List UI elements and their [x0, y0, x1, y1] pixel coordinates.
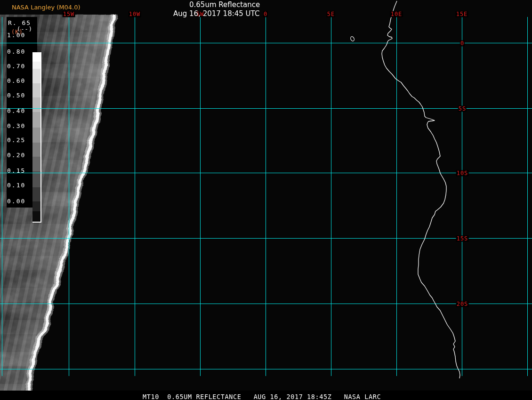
colorbar-heading: R. 65	[8, 19, 31, 26]
colorbar-tick-label: 0.60	[7, 78, 25, 84]
colorbar-tick-label: 0.25	[7, 137, 25, 144]
longitude-label: 0	[263, 11, 268, 17]
colorbar-tick-label: 0.15	[7, 168, 25, 174]
satellite-image-viewer: R. 65 (--) (K) 1.000.800.700.600.500.400…	[0, 0, 532, 400]
coastline-overlay	[0, 0, 532, 400]
colorbar-tick-label: 0.00	[7, 198, 25, 205]
longitude-label: 10W	[129, 11, 141, 17]
colorbar-tick-label: 0.10	[7, 182, 25, 189]
longitude-label: 10E	[390, 11, 403, 17]
nasa-langley-credit: NASA Langley (M04.0)	[12, 4, 81, 11]
footer-caption: MT10 0.65UM REFLECTANCE AUG 16, 2017 18:…	[143, 393, 381, 400]
colorbar-tick-label: 0.50	[7, 92, 25, 99]
latitude-label: 15S	[456, 236, 469, 242]
colorbar-tick-label: 0.40	[7, 108, 25, 114]
latitude-label: 0	[460, 40, 465, 47]
colorbar-tick-label: 1.00	[7, 32, 25, 39]
island-outline	[350, 36, 355, 41]
colorbar-tick-label: 0.80	[7, 48, 25, 55]
longitude-label: 15W	[63, 11, 75, 17]
timestamp-subtitle: Aug 16, 2017 18:45 UTC	[173, 9, 259, 18]
footer-bar: MT10 0.65UM REFLECTANCE AUG 16, 2017 18:…	[0, 391, 532, 400]
page-title: 0.65um Reflectance	[189, 0, 260, 9]
coastline	[382, 1, 460, 378]
longitude-label: 5E	[327, 11, 335, 17]
colorbar-tick-label: 0.30	[7, 123, 25, 129]
latitude-label: 10S	[456, 170, 469, 176]
latitude-label: 5S	[458, 106, 467, 112]
colorbar-tick-label: 0.70	[7, 63, 25, 70]
colorbar-tick-label: 0.20	[7, 152, 25, 159]
longitude-label: 15E	[456, 11, 468, 17]
latitude-label: 20S	[456, 301, 469, 307]
